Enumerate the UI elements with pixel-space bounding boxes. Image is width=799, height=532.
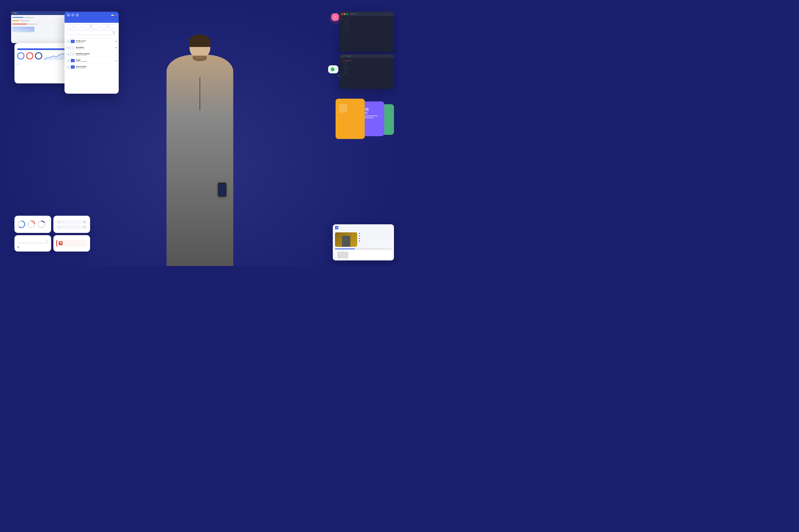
bottom-cards-group: ✕ ✕ ⎘ ↖ 💬 [15, 216, 92, 251]
adhd-icon: ⊙ [115, 59, 117, 62]
language-selector[interactable]: ▾ [111, 14, 116, 16]
phone-screen [219, 184, 226, 196]
heading-bar [364, 115, 378, 116]
tog-no[interactable]: No [66, 40, 71, 43]
chapter-item[interactable] [359, 235, 392, 238]
flag-item-menu-dropdown: ✕ [56, 225, 87, 229]
help-icon[interactable]: ? [76, 13, 79, 17]
back-icon[interactable]: ← [71, 13, 75, 17]
error-icon: ✕ [83, 221, 85, 223]
bullet [359, 233, 360, 234]
person-beard [193, 56, 207, 61]
metric-circle-red [26, 52, 33, 59]
tog-si[interactable]: sì [71, 59, 75, 62]
expand-dot [16, 13, 18, 14]
modal-search-box[interactable]: 🔍 [66, 30, 117, 35]
close-dot [13, 13, 14, 14]
dashboard-footer: ▲ [15, 62, 69, 67]
toggle-adhd[interactable]: No sì [66, 59, 75, 62]
campaign-row: Campaign data row → [12, 19, 67, 22]
chapter-icon [339, 104, 347, 113]
code-line: "= ", [342, 62, 392, 64]
modal-icon-group: ✕ ← ? [67, 13, 79, 17]
code-line: --> [342, 33, 392, 35]
eye-profile-icon: 👁 [115, 47, 117, 49]
person-head [189, 37, 210, 59]
profile-desc: Aiuta a concentrarsi [76, 55, 115, 56]
code-editor-card: index.html <!-- " = " , " = " , " = " , … [340, 12, 394, 52]
campaign-row: Campaign data row [12, 23, 67, 25]
chapter-item[interactable] [359, 238, 392, 240]
screenreader-bubble [331, 13, 339, 21]
video-header: aB [333, 224, 394, 231]
code-line: " = " , [342, 27, 392, 30]
filename-label: index.html [350, 13, 356, 15]
metric-circle-blue [17, 52, 24, 59]
scan-card [15, 216, 51, 233]
code-line: "= " , [342, 74, 392, 76]
donut-na [37, 220, 45, 228]
code-line: "= ", [342, 69, 392, 72]
scan-donuts [17, 220, 49, 228]
tog-no[interactable]: No [66, 53, 71, 56]
cursor-area: ↖ [17, 246, 49, 249]
team-dashboard-card: ▾ ▲ [15, 43, 69, 83]
dashboard-header: ▾ [15, 43, 69, 49]
tog-si[interactable]: sì [71, 40, 75, 43]
chapter-item[interactable] [359, 232, 392, 235]
lesson-thumbnail [337, 251, 348, 259]
profile-visually-impaired: No sì Ipovedente Ottimizza il sito 👁 [64, 44, 119, 51]
profile-desc: Ottimizza il sito [76, 48, 114, 50]
modal-titlebar: ✕ ← ? ▾ [64, 12, 119, 18]
tog-si[interactable]: sì [71, 65, 75, 69]
copy-button[interactable]: ⎘ [47, 239, 49, 241]
heading-bar [364, 117, 374, 118]
tog-no[interactable]: No [66, 59, 71, 62]
donut-passed [17, 220, 25, 228]
chapter-card-wcag [336, 99, 365, 139]
trend-chart [44, 52, 66, 60]
chapter-cards-group: H1 H2 </> [336, 99, 394, 143]
chapter-item[interactable] [359, 240, 392, 242]
toggle-visually-impaired[interactable]: No sì [66, 46, 75, 50]
code-line: "= ", [342, 72, 392, 74]
profile-screenreader: No sì Questo profilo per screenreader ○ [64, 64, 119, 70]
dichiarazione-button[interactable]: 💬 [83, 24, 99, 28]
phone [218, 183, 226, 196]
metric-circle-dark [35, 52, 42, 59]
campaign-manager-card: Campaign data row Campaign data row → Ca… [11, 11, 68, 43]
flag-card: ✕ ✕ [53, 216, 90, 233]
video-body [333, 231, 394, 248]
code-line: " = " , [342, 30, 392, 33]
donut-failed [27, 220, 36, 228]
code-line: " = " , [342, 25, 392, 27]
profile-epilepsy: No sì Profilo sicuro per epilessia ≋ [64, 38, 119, 44]
close-icon[interactable]: ✕ [67, 13, 70, 17]
screenreader-icon: ○ [116, 66, 117, 69]
copy-icon: ⎘ [47, 239, 48, 241]
nascondere-button[interactable]: 👁 [101, 24, 117, 28]
modal-title [64, 18, 119, 23]
alert-icon: 💬 [59, 241, 62, 245]
toggle-epilepsy[interactable]: No sì [66, 40, 75, 43]
brand-logo: aB [335, 226, 338, 229]
h2-label: H2 [364, 112, 381, 115]
campaign-titlebar [11, 11, 68, 15]
tie [199, 77, 200, 110]
issues-badge [17, 49, 66, 50]
profile-desc: per epilessia [76, 42, 114, 43]
tog-no[interactable]: No [66, 65, 71, 69]
person-hair [189, 35, 210, 47]
tog-no[interactable]: No [66, 46, 71, 50]
tog-si[interactable]: sì [71, 53, 75, 56]
bullet [359, 235, 360, 236]
ripristina-button[interactable]: ↺ [66, 24, 82, 28]
code-line: " = " , [342, 20, 392, 23]
toggle-cognitive[interactable]: No sì [66, 53, 75, 56]
tog-si[interactable]: sì [71, 46, 75, 50]
check-icon: ✓ [331, 68, 335, 71]
code-titlebar: index.html [340, 12, 394, 16]
search-icon: 🔍 [113, 32, 115, 34]
progress-fill [335, 248, 355, 249]
cognitive-icon: ○ [116, 53, 117, 56]
